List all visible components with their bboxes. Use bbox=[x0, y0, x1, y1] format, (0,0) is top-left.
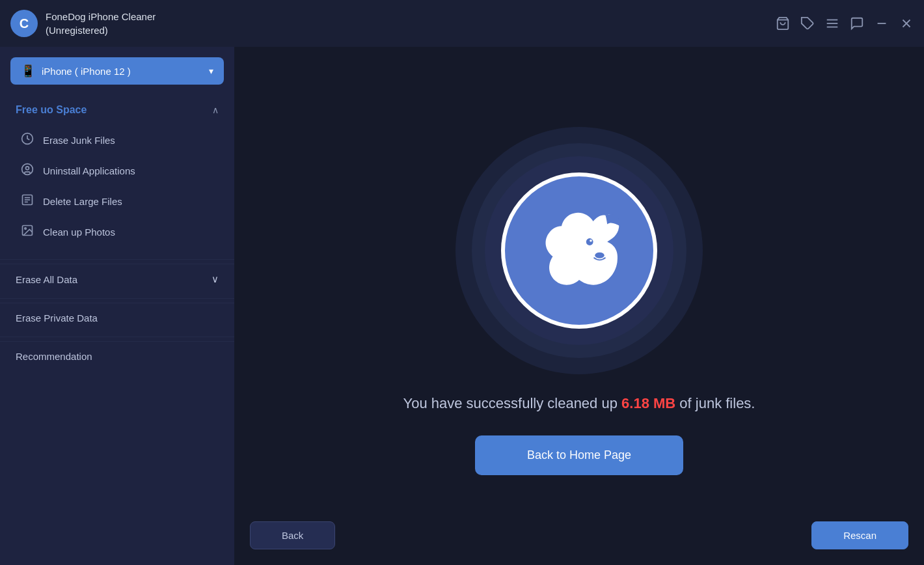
file-icon bbox=[21, 193, 34, 210]
rescan-button[interactable]: Rescan bbox=[811, 521, 908, 549]
logo-container bbox=[455, 127, 703, 374]
clean-photos-label: Clean up Photos bbox=[43, 227, 115, 238]
main-content: You have successfully cleaned up 6.18 MB… bbox=[234, 47, 924, 565]
svg-point-17 bbox=[586, 238, 593, 245]
svg-point-18 bbox=[590, 239, 592, 241]
svg-point-16 bbox=[25, 228, 27, 230]
sidebar-item-uninstall-apps[interactable]: Uninstall Applications bbox=[0, 156, 234, 186]
main-layout: 📱 iPhone ( iPhone 12 ) ▾ Free uo Space ∧ bbox=[0, 47, 924, 565]
free-space-items: Erase Junk Files Uninstall Applications bbox=[0, 122, 234, 250]
divider-3 bbox=[0, 337, 234, 337]
back-button[interactable]: Back bbox=[250, 521, 335, 549]
titlebar-left: C FoneDog iPhone Cleaner (Unregistered) bbox=[10, 10, 156, 37]
phone-icon: 📱 bbox=[21, 64, 35, 78]
free-space-section: Free uo Space ∧ Erase Junk Files bbox=[0, 98, 234, 250]
success-message: You have successfully cleaned up 6.18 MB… bbox=[403, 395, 755, 412]
sidebar-item-erase-all[interactable]: Erase All Data ∨ bbox=[0, 264, 234, 294]
photo-icon bbox=[21, 224, 34, 240]
sidebar-item-erase-junk[interactable]: Erase Junk Files bbox=[0, 125, 234, 156]
logo-circle bbox=[501, 172, 657, 329]
svg-point-10 bbox=[26, 167, 29, 170]
free-space-label: Free uo Space bbox=[16, 104, 87, 116]
uninstall-apps-label: Uninstall Applications bbox=[43, 165, 135, 176]
menu-icon[interactable] bbox=[825, 16, 839, 31]
recommendation-label: Recommendation bbox=[16, 351, 92, 362]
sidebar-item-clean-photos[interactable]: Clean up Photos bbox=[0, 217, 234, 247]
close-icon[interactable] bbox=[899, 16, 914, 31]
titlebar: C FoneDog iPhone Cleaner (Unregistered) bbox=[0, 0, 924, 47]
sidebar-item-erase-private[interactable]: Erase Private Data bbox=[0, 303, 234, 333]
sidebar-item-delete-large[interactable]: Delete Large Files bbox=[0, 186, 234, 217]
device-selector[interactable]: 📱 iPhone ( iPhone 12 ) ▾ bbox=[10, 57, 224, 85]
minimize-icon[interactable] bbox=[875, 16, 889, 31]
success-suffix: of junk files. bbox=[675, 395, 755, 411]
app-title: FoneDog iPhone Cleaner (Unregistered) bbox=[46, 10, 156, 37]
divider-1 bbox=[0, 259, 234, 260]
device-label: iPhone ( iPhone 12 ) bbox=[42, 66, 131, 77]
titlebar-controls bbox=[776, 16, 914, 31]
back-to-home-button[interactable]: Back to Home Page bbox=[475, 435, 683, 475]
tag-icon[interactable] bbox=[800, 16, 815, 31]
erase-private-label: Erase Private Data bbox=[16, 312, 98, 324]
bottom-bar: Back Rescan bbox=[250, 521, 908, 549]
cart-icon[interactable] bbox=[776, 16, 790, 31]
divider-2 bbox=[0, 298, 234, 299]
dog-logo-svg bbox=[521, 192, 638, 309]
clock-icon bbox=[21, 132, 34, 148]
free-space-section-header[interactable]: Free uo Space ∧ bbox=[0, 98, 234, 122]
sidebar: 📱 iPhone ( iPhone 12 ) ▾ Free uo Space ∧ bbox=[0, 47, 234, 565]
erase-all-label: Erase All Data bbox=[16, 274, 77, 285]
app-icon bbox=[21, 163, 34, 179]
free-space-chevron-icon: ∧ bbox=[212, 105, 219, 115]
erase-junk-label: Erase Junk Files bbox=[43, 135, 115, 146]
erase-all-chevron-icon: ∨ bbox=[211, 273, 219, 285]
device-selector-left: 📱 iPhone ( iPhone 12 ) bbox=[21, 64, 131, 78]
delete-large-label: Delete Large Files bbox=[43, 196, 122, 207]
success-prefix: You have successfully cleaned up bbox=[403, 395, 622, 411]
device-chevron-icon: ▾ bbox=[209, 66, 213, 76]
success-amount: 6.18 MB bbox=[621, 395, 675, 411]
app-logo: C bbox=[10, 10, 38, 37]
svg-point-19 bbox=[595, 252, 604, 258]
chat-icon[interactable] bbox=[850, 16, 864, 31]
sidebar-item-recommendation[interactable]: Recommendation bbox=[0, 341, 234, 371]
